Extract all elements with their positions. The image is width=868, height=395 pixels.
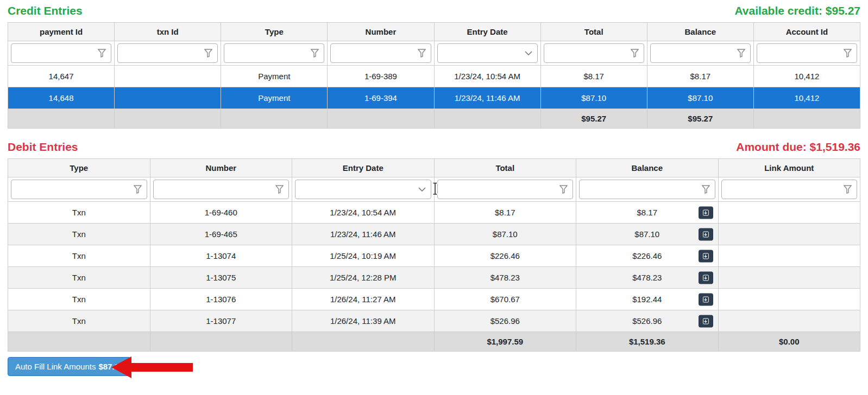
chevron-down-icon[interactable] <box>525 51 532 55</box>
funnel-icon[interactable] <box>844 49 852 58</box>
funnel-icon[interactable] <box>134 185 142 194</box>
debit-filter-total-input[interactable] <box>437 180 574 199</box>
red-arrow-annotation <box>111 356 193 379</box>
debit-section: Debit Entries Amount due: $1,519.36 Type… <box>8 141 860 352</box>
chevron-down-icon[interactable] <box>418 187 426 192</box>
credit-col-payment-id[interactable]: payment Id <box>8 23 115 41</box>
debit-totals-row: $1,997.59 $1,519.36 $0.00 <box>8 332 860 352</box>
link-entry-button[interactable]: + <box>699 293 713 305</box>
credit-filter-balance-input[interactable] <box>650 43 751 63</box>
funnel-icon[interactable] <box>275 185 284 194</box>
plus-icon: + <box>703 231 709 237</box>
credit-col-entry-date[interactable]: Entry Date <box>434 23 540 41</box>
credit-section-header: Credit Entries Available credit: $95.27 <box>8 4 860 17</box>
debit-balance-sum: $1,519.36 <box>576 332 719 352</box>
credit-filter-payment-id-input[interactable] <box>11 43 111 63</box>
credit-header-row: payment Id txn Id Type Number Entry Date… <box>8 23 860 41</box>
debit-filter-link-amount-input[interactable] <box>721 180 858 199</box>
debit-filter-balance-input[interactable] <box>579 180 715 199</box>
credit-table-row-selected[interactable]: 14,648 Payment 1-69-394 1/23/24, 11:46 A… <box>8 87 860 109</box>
credit-table: payment Id txn Id Type Number Entry Date… <box>8 22 860 129</box>
amount-due-label: Amount due: $1,519.36 <box>736 141 860 154</box>
debit-filter-number-input[interactable] <box>153 180 290 199</box>
credit-table-row[interactable]: 14,647 Payment 1-69-389 1/23/24, 10:54 A… <box>8 66 860 87</box>
debit-section-header: Debit Entries Amount due: $1,519.36 <box>8 141 860 154</box>
funnel-icon[interactable] <box>559 185 568 194</box>
credit-filter-number-input[interactable] <box>330 43 431 63</box>
credit-filter-type-input[interactable] <box>224 43 324 63</box>
funnel-icon[interactable] <box>737 49 745 58</box>
debit-total-sum: $1,997.59 <box>434 332 576 352</box>
available-credit-label: Available credit: $95.27 <box>734 4 860 17</box>
debit-table-row[interactable]: Txn 1-13077 1/26/24, 11:39 AM $526.96 $5… <box>8 310 860 332</box>
credit-totals-row: $95.27 $95.27 <box>8 109 860 129</box>
credit-filter-txn-id-input[interactable] <box>117 43 218 63</box>
plus-icon: + <box>703 296 709 302</box>
link-entry-button[interactable]: + <box>699 206 713 219</box>
credit-col-total[interactable]: Total <box>540 23 647 41</box>
credit-filter-row <box>8 41 860 66</box>
debit-table-row[interactable]: Txn 1-69-465 1/23/24, 11:46 AM $87.10 $8… <box>8 224 860 245</box>
credit-total-sum: $95.27 <box>540 109 647 129</box>
debit-col-number[interactable]: Number <box>150 159 292 177</box>
credit-col-balance[interactable]: Balance <box>647 23 753 41</box>
plus-icon: + <box>703 209 709 215</box>
debit-col-balance[interactable]: Balance <box>576 159 719 177</box>
credit-col-account-id[interactable]: Account Id <box>753 23 860 41</box>
funnel-icon[interactable] <box>631 49 639 58</box>
funnel-icon[interactable] <box>204 49 212 58</box>
debit-table-row[interactable]: Txn 1-13075 1/25/24, 12:28 PM $478.23 $4… <box>8 267 860 289</box>
plus-icon: + <box>703 253 709 259</box>
text-cursor-icon <box>431 182 439 196</box>
credit-col-txn-id[interactable]: txn Id <box>115 23 221 41</box>
credit-entries-title: Credit Entries <box>8 4 83 17</box>
debit-col-link-amount[interactable]: Link Amount <box>718 159 860 177</box>
debit-table-row[interactable]: Txn 1-13074 1/25/24, 10:19 AM $226.46 $2… <box>8 245 860 267</box>
debit-entries-title: Debit Entries <box>8 141 78 154</box>
credit-balance-sum: $95.27 <box>647 109 753 129</box>
debit-col-type[interactable]: Type <box>8 159 150 177</box>
debit-col-entry-date[interactable]: Entry Date <box>292 159 435 177</box>
link-entry-button[interactable]: + <box>699 271 713 284</box>
credit-filter-account-id-input[interactable] <box>757 43 857 63</box>
credit-col-type[interactable]: Type <box>221 23 328 41</box>
funnel-icon[interactable] <box>844 185 852 194</box>
funnel-icon[interactable] <box>98 49 106 58</box>
debit-filter-type-input[interactable] <box>11 180 147 199</box>
plus-icon: + <box>703 275 709 281</box>
credit-col-number[interactable]: Number <box>328 23 434 41</box>
debit-table-row[interactable]: Txn 1-13076 1/26/24, 11:27 AM $670.67 $1… <box>8 289 860 310</box>
credit-section: Credit Entries Available credit: $95.27 … <box>8 4 860 129</box>
debit-table-row[interactable]: Txn 1-69-460 1/23/24, 10:54 AM $8.17 $8.… <box>8 202 860 224</box>
link-entry-button[interactable]: + <box>699 315 713 327</box>
auto-fill-button-label: Auto Fill Link Amounts <box>15 362 96 371</box>
debit-filter-entry-date-select[interactable] <box>295 180 431 199</box>
link-entry-button[interactable]: + <box>699 228 713 240</box>
credit-filter-total-input[interactable] <box>544 43 644 63</box>
funnel-icon[interactable] <box>311 49 319 58</box>
debit-link-amount-sum: $0.00 <box>718 332 860 352</box>
debit-header-row: Type Number Entry Date Total Balance Lin… <box>8 159 860 177</box>
funnel-icon[interactable] <box>418 49 426 58</box>
plus-icon: + <box>703 318 709 324</box>
link-entry-button[interactable]: + <box>699 250 713 262</box>
funnel-icon[interactable] <box>702 185 710 194</box>
debit-col-total[interactable]: Total <box>434 159 576 177</box>
credit-filter-entry-date-select[interactable] <box>437 43 538 63</box>
